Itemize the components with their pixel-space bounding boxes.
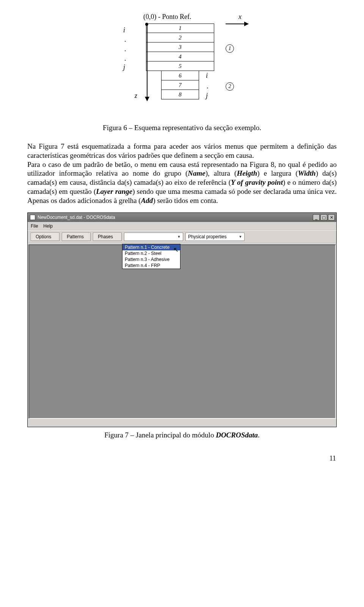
z-axis-label: z <box>135 92 137 100</box>
chevron-down-icon: ▼ <box>176 234 182 240</box>
layer-box: 8 <box>161 90 199 99</box>
docrosdata-window: NewDocument_sd.dat - DOCROSdata ‗ ▢ ✕ Fi… <box>27 212 337 427</box>
app-icon <box>30 215 35 220</box>
maximize-button[interactable]: ▢ <box>320 214 327 220</box>
dropdown-option[interactable]: Pattern n.2 - Steel <box>122 250 180 256</box>
minimize-button[interactable]: ‗ <box>313 214 320 220</box>
layer-box: 5 <box>146 61 214 71</box>
menu-bar: File Help <box>28 222 336 230</box>
layer-box: 6 <box>161 71 199 80</box>
figure-7-caption: Figura 7 – Janela principal do módulo DO… <box>27 431 337 439</box>
page-number: 11 <box>27 454 337 462</box>
toolbar: Options Patterns Phases ▼ Physical prope… <box>28 230 336 243</box>
left-idx: j <box>123 63 125 71</box>
menu-file[interactable]: File <box>31 223 38 229</box>
pattern-select[interactable]: ▼ <box>124 233 183 241</box>
layer-stack: 1 2 3 4 5 6 7 8 <box>146 24 214 99</box>
left-idx: i <box>123 26 125 34</box>
client-area: Pattern n.1 - Concrete Pattern n.2 - Ste… <box>28 244 336 418</box>
options-button[interactable]: Options <box>31 233 60 241</box>
dropdown-option[interactable]: Pattern n.4 - FRP <box>122 263 180 269</box>
layer-box: 4 <box>146 52 214 61</box>
callout-1: 1 <box>226 44 234 53</box>
menu-help[interactable]: Help <box>43 223 53 229</box>
status-bar <box>28 418 336 427</box>
property-select[interactable]: Physical properties ▼ <box>185 233 245 241</box>
layer-box: 7 <box>161 80 199 90</box>
phases-button[interactable]: Phases <box>93 233 122 241</box>
left-idx: . <box>124 45 126 53</box>
dropdown-option[interactable]: Pattern n.1 - Concrete <box>122 244 180 250</box>
titlebar: NewDocument_sd.dat - DOCROSdata ‗ ▢ ✕ <box>28 213 336 222</box>
figure-6-caption: Figura 6 – Esquema representativo da sec… <box>27 124 337 132</box>
paragraph: Na Figura 7 está esquematizada a forma p… <box>27 142 337 205</box>
layer-box: 3 <box>146 42 214 52</box>
callout-2: 2 <box>226 82 234 91</box>
left-idx: . <box>124 36 126 44</box>
pattern-dropdown[interactable]: Pattern n.1 - Concrete Pattern n.2 - Ste… <box>122 244 180 269</box>
layer-box: 1 <box>146 24 214 33</box>
patterns-button[interactable]: Patterns <box>62 233 91 241</box>
close-button[interactable]: ✕ <box>328 214 335 220</box>
ref-point-label: (0,0) - Ponto Ref. <box>143 13 191 21</box>
layer-box: 2 <box>146 33 214 42</box>
window-title: NewDocument_sd.dat - DOCROSdata <box>38 215 115 220</box>
dropdown-option[interactable]: Pattern n.3 - Adhesive <box>122 256 180 263</box>
left-idx: . <box>124 55 126 63</box>
chevron-down-icon: ▼ <box>237 234 243 240</box>
x-axis-arrow-icon <box>226 24 248 24</box>
section-diagram: (0,0) - Ponto Ref. x z i . . . j i . j 1… <box>27 12 337 118</box>
x-axis-label: x <box>238 13 242 21</box>
